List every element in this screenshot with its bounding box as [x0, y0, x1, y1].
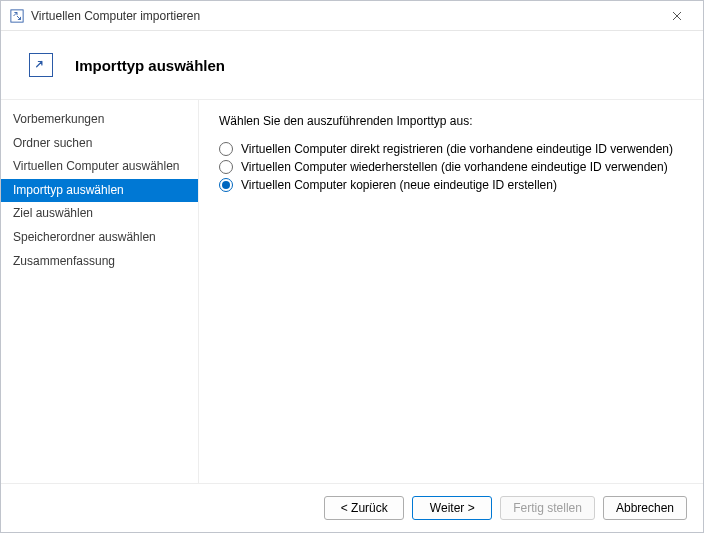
- content-prompt: Wählen Sie den auszuführenden Importtyp …: [219, 114, 683, 128]
- next-button[interactable]: Weiter >: [412, 496, 492, 520]
- close-button[interactable]: [657, 2, 697, 30]
- import-icon: [29, 53, 53, 77]
- wizard-body: Vorbemerkungen Ordner suchen Virtuellen …: [1, 100, 703, 483]
- wizard-steps-sidebar: Vorbemerkungen Ordner suchen Virtuellen …: [1, 100, 199, 483]
- option-copy[interactable]: Virtuellen Computer kopieren (neue einde…: [219, 176, 683, 194]
- step-vm-auswaehlen[interactable]: Virtuellen Computer auswählen: [1, 155, 198, 179]
- radio-icon: [219, 178, 233, 192]
- step-ordner-suchen[interactable]: Ordner suchen: [1, 132, 198, 156]
- wizard-content: Wählen Sie den auszuführenden Importtyp …: [199, 100, 703, 483]
- svg-rect-0: [11, 9, 23, 21]
- cancel-button[interactable]: Abbrechen: [603, 496, 687, 520]
- option-restore[interactable]: Virtuellen Computer wiederherstellen (di…: [219, 158, 683, 176]
- page-title: Importtyp auswählen: [75, 57, 225, 74]
- step-vorbemerkungen[interactable]: Vorbemerkungen: [1, 108, 198, 132]
- wizard-window: Virtuellen Computer importieren Importty…: [0, 0, 704, 533]
- radio-icon: [219, 160, 233, 174]
- step-ziel[interactable]: Ziel auswählen: [1, 202, 198, 226]
- option-label: Virtuellen Computer wiederherstellen (di…: [241, 160, 668, 174]
- option-register[interactable]: Virtuellen Computer direkt registrieren …: [219, 140, 683, 158]
- app-icon: [9, 8, 25, 24]
- wizard-header: Importtyp auswählen: [1, 31, 703, 100]
- option-label: Virtuellen Computer direkt registrieren …: [241, 142, 673, 156]
- step-speicherordner[interactable]: Speicherordner auswählen: [1, 226, 198, 250]
- titlebar: Virtuellen Computer importieren: [1, 1, 703, 31]
- option-label: Virtuellen Computer kopieren (neue einde…: [241, 178, 557, 192]
- window-title: Virtuellen Computer importieren: [31, 9, 657, 23]
- radio-icon: [219, 142, 233, 156]
- finish-button[interactable]: Fertig stellen: [500, 496, 595, 520]
- step-zusammenfassung[interactable]: Zusammenfassung: [1, 250, 198, 274]
- wizard-footer: < Zurück Weiter > Fertig stellen Abbrech…: [1, 483, 703, 532]
- back-button[interactable]: < Zurück: [324, 496, 404, 520]
- close-icon: [672, 11, 682, 21]
- step-importtyp[interactable]: Importtyp auswählen: [1, 179, 198, 203]
